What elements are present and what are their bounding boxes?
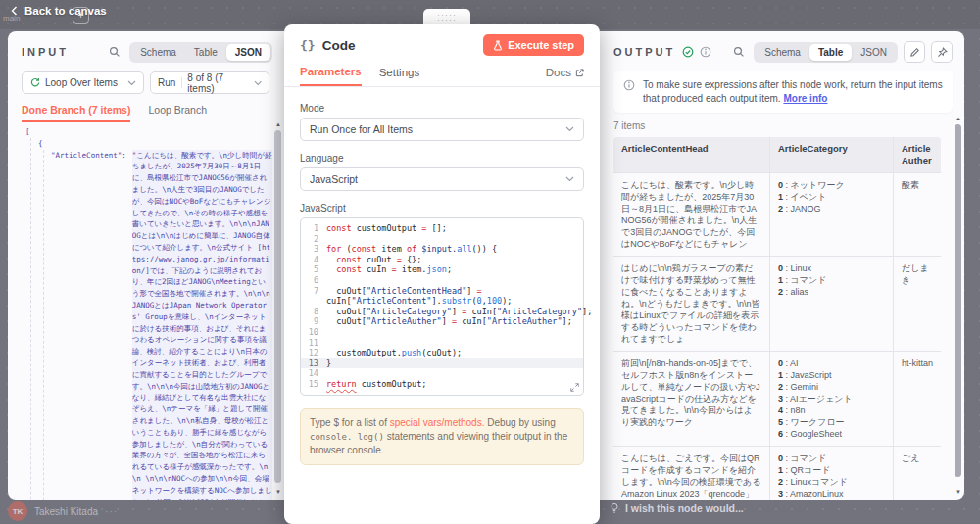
cell-auther: 酸素: [894, 173, 941, 256]
output-title: OUTPUT: [613, 46, 675, 58]
json-value: "こんにちは、酸素です。\n少し時間が経ちましたが、2025年7月30日～8月1…: [132, 150, 272, 500]
table-row: こんにちは、酸素です。\n少し時間が経ちましたが、2025年7月30日～8月1日…: [613, 172, 941, 256]
tab-loop-branch[interactable]: Loop Branch: [148, 104, 207, 122]
output-scrollbar[interactable]: [955, 124, 961, 477]
output-view-switcher: Schema Table JSON: [754, 42, 898, 63]
scroll-up-arrow[interactable]: ▲: [275, 121, 281, 127]
cell-head: 前回\n[/n8n-hands-on-05]までで、セルフホスト版n8nをインス…: [613, 352, 770, 446]
input-node-label: Loop Over Items: [45, 77, 118, 88]
cell-auther: ht-kittan: [894, 352, 941, 446]
lightbulb-icon: [610, 502, 619, 514]
active-code-line: 13}: [301, 358, 583, 369]
docs-label: Docs: [546, 67, 571, 78]
user-menu-icon[interactable]: ···: [105, 506, 118, 517]
pin-icon: [937, 47, 948, 58]
cell-categories: 0 : コマンド 1 : QRコード 2 : Linuxコマンド 3 : Ama…: [770, 447, 894, 500]
cell-head: はじめに\n\n鶏ガラスープの素だけで味付けする野菜炒めって無性に食べたくなるこ…: [613, 257, 770, 351]
feedback-label: I wish this node would...: [625, 502, 744, 514]
code-node-icon: {}: [300, 38, 316, 53]
run-success-icon: [679, 43, 697, 61]
mode-select[interactable]: Run Once for All Items: [300, 118, 584, 141]
editor-expand-icon[interactable]: [570, 383, 579, 392]
input-scrollbar[interactable]: [274, 130, 281, 483]
table-row: 前回\n[/n8n-hands-on-05]までで、セルフホスト版n8nをインス…: [613, 351, 941, 446]
chevron-down-icon: [127, 80, 136, 86]
back-to-canvas-label: Back to canvas: [24, 5, 107, 17]
scroll-down-arrow[interactable]: ▼: [956, 489, 961, 495]
run-label: Run: [158, 77, 182, 88]
cell-auther: だしまき: [894, 257, 941, 351]
cell-categories: 0 : Linux 1 : コマンド 2 : alias: [770, 257, 894, 351]
info-circle-icon: [623, 79, 635, 91]
output-search-icon[interactable]: [730, 43, 748, 61]
chevron-down-icon: [565, 126, 574, 132]
tab-settings[interactable]: Settings: [379, 67, 420, 85]
cell-head: こんにちは、酸素です。\n少し時間が経ちましたが、2025年7月30日～8月1日…: [613, 173, 770, 256]
cell-categories: 0 : ネットワーク 1 : イベント 2 : JANOG: [770, 173, 894, 256]
tab-parameters[interactable]: Parameters: [300, 66, 362, 86]
col-article-content-head[interactable]: ArticleContentHead: [613, 137, 770, 172]
input-title: INPUT: [22, 46, 69, 58]
run-value: 8 of 8 (7 items): [187, 72, 248, 94]
external-link-icon: [575, 69, 584, 77]
input-tab-table[interactable]: Table: [185, 44, 226, 61]
code-editor[interactable]: 1const customOutput = []; 2 3for (const …: [300, 217, 584, 396]
input-node-selector[interactable]: Loop Over Items: [22, 71, 144, 94]
add-button[interactable]: +: [73, 7, 89, 24]
scroll-up-arrow[interactable]: ▲: [956, 116, 961, 121]
cell-head: こんにちは、ごえです。今回はQRコードを作成するコマンドを紹介します。\n\n今…: [613, 447, 770, 500]
more-info-link[interactable]: More info: [783, 93, 827, 104]
output-table: ArticleContentHead ArticleCategory Artic…: [613, 137, 941, 500]
run-selector[interactable]: Run 8 of 8 (7 items): [150, 71, 270, 94]
cell-categories: 0 : AI 1 : JavaScript 2 : Gemini 3 : AIエ…: [770, 352, 894, 446]
back-to-canvas-button[interactable]: Back to canvas: [10, 5, 107, 17]
tab-done-branch[interactable]: Done Branch (7 items): [22, 104, 130, 122]
items-count: 7 items: [613, 120, 953, 131]
input-search-icon[interactable]: [106, 43, 123, 61]
language-value: JavaScript: [310, 173, 358, 185]
table-row: はじめに\n\n鶏ガラスープの素だけで味付けする野菜炒めって無性に食べたくなるこ…: [613, 256, 941, 351]
chevron-down-icon: [565, 176, 574, 182]
input-view-switcher: Schema Table JSON: [129, 42, 272, 63]
loop-icon: [29, 77, 40, 88]
pairing-notice: To make sure expressions after this node…: [613, 71, 953, 113]
json-array-open: [: [25, 126, 272, 138]
input-panel: INPUT Schema Table JSON Loop Over Items …: [8, 31, 284, 500]
execute-step-button[interactable]: Execute step: [483, 34, 584, 56]
editor-hint: Type $ for a list of special vars/method…: [300, 408, 584, 465]
col-article-category[interactable]: ArticleCategory: [770, 137, 894, 172]
node-title: Code: [322, 38, 483, 53]
docs-link[interactable]: Docs: [546, 67, 584, 85]
edit-output-button[interactable]: [904, 41, 925, 63]
special-vars-link[interactable]: special vars/methods.: [390, 417, 485, 428]
input-tab-json[interactable]: JSON: [226, 44, 270, 61]
output-tab-table[interactable]: Table: [809, 44, 852, 61]
output-panel: OUTPUT Schema Table JSON To make sure ex…: [600, 31, 964, 500]
execute-step-label: Execute step: [508, 39, 574, 51]
table-row: こんにちは、ごえです。今回はQRコードを作成するコマンドを紹介します。\n\n今…: [613, 446, 941, 500]
output-tab-schema[interactable]: Schema: [756, 44, 809, 61]
output-tab-json[interactable]: JSON: [852, 44, 896, 61]
editor-language-label: JavaScript: [300, 203, 584, 214]
back-arrow-icon: [10, 6, 20, 16]
drag-dots: ·····: [437, 15, 457, 24]
mode-value: Run Once for All Items: [310, 123, 413, 135]
json-object-open: {: [38, 138, 272, 150]
input-json-view: [ { "ArticleContent": "こんにちは、酸素です。\n少し時間…: [22, 126, 272, 500]
user-chip[interactable]: TK Takeshi Kitada ···: [8, 501, 118, 521]
table-header-row: ArticleContentHead ArticleCategory Artic…: [613, 137, 941, 172]
node-feedback-prompt[interactable]: I wish this node would...: [610, 502, 744, 514]
chevron-down-icon: [254, 80, 262, 86]
output-info-icon[interactable]: [697, 43, 714, 61]
cell-auther: ごえ: [894, 447, 941, 500]
avatar: TK: [8, 501, 27, 521]
flask-icon: [493, 40, 503, 51]
user-name: Takeshi Kitada: [34, 506, 98, 517]
input-tab-schema[interactable]: Schema: [131, 44, 185, 61]
json-key: "ArticleContent":: [51, 150, 126, 162]
pin-data-button[interactable]: [931, 41, 953, 63]
language-select[interactable]: JavaScript: [300, 167, 584, 191]
mode-label: Mode: [300, 103, 584, 114]
col-article-auther[interactable]: ArticleAuther: [894, 137, 941, 172]
scroll-down-arrow[interactable]: ▼: [275, 489, 281, 495]
